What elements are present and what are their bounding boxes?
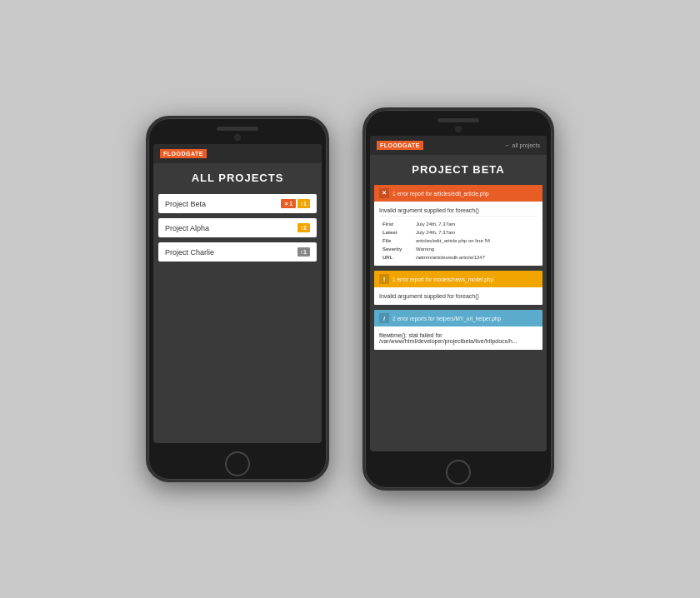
- detail-row-latest: Latest July 24th, 7.37am: [381, 229, 536, 236]
- project-beta-label: Project Beta: [165, 200, 206, 208]
- phone-speaker-right: [438, 118, 479, 122]
- error-header-text: 1 error report for articles/edit_article…: [392, 191, 489, 197]
- phone-camera-left: [234, 134, 241, 141]
- detail-row-severity: Severity Warning: [381, 246, 536, 252]
- error-detail-table: First July 24th, 7.37am Latest July 24th…: [379, 219, 538, 262]
- project-beta-warning-badge: ! 1: [298, 199, 310, 208]
- phone-right: FLOODGATE ← all projects PROJECT BETA ✕ …: [362, 107, 554, 491]
- warning-exclamation-icon: !: [301, 202, 302, 207]
- info-message: filемtime(): stat failed for /var/www/ht…: [379, 330, 538, 346]
- detail-value-file: articles/edit_article.php on line 54: [414, 237, 536, 244]
- screen-header-right: FLOODGATE ← all projects: [370, 136, 547, 155]
- detail-value-severity: Warning: [414, 246, 536, 252]
- project-alpha-warning-count: 2: [303, 225, 307, 231]
- detail-value-first: July 24th, 7.37am: [414, 221, 536, 227]
- project-beta-title: PROJECT BETA: [370, 155, 547, 182]
- detail-label-file: File: [381, 237, 412, 244]
- floodgate-logo-left: FLOODGATE: [160, 149, 207, 158]
- error-header-row: ✕ 1 error report for articles/edit_artic…: [374, 185, 542, 202]
- detail-row-file: File articles/edit_article.php on line 5…: [381, 237, 536, 244]
- detail-value-latest: July 24th, 7.37am: [414, 229, 536, 236]
- warning-detail-box: Invalid argument supplied for foreach(): [374, 287, 542, 305]
- phone-home-button-left[interactable]: [225, 451, 250, 476]
- error-message: Invalid argument supplied for foreach(): [379, 205, 538, 217]
- warning-message: Invalid argument supplied for foreach(): [379, 291, 538, 301]
- screen-right: FLOODGATE ← all projects PROJECT BETA ✕ …: [370, 136, 547, 451]
- phone-left: FLOODGATE ALL PROJECTS Project Beta ✕ 1 …: [146, 116, 329, 482]
- info-i-box: i: [379, 313, 389, 323]
- detail-value-url: /admin/articles/edit-article/1247: [414, 254, 536, 261]
- project-beta-warning-count: 1: [303, 201, 307, 207]
- phone-home-button-right[interactable]: [446, 460, 471, 485]
- project-alpha-item[interactable]: Project Alpha ! 2: [158, 218, 317, 237]
- screen-left: FLOODGATE ALL PROJECTS Project Beta ✕ 1 …: [153, 144, 322, 443]
- detail-content: ✕ 1 error report for articles/edit_artic…: [370, 182, 547, 451]
- error-x-box: ✕: [379, 188, 389, 198]
- all-projects-title: ALL PROJECTS: [153, 163, 322, 191]
- warning-header-text: 1 error report for models/news_model.php: [392, 277, 493, 282]
- detail-label-first: First: [381, 221, 412, 227]
- phone-speaker-left: [217, 127, 258, 131]
- project-charlie-info-badge: ! 1: [298, 247, 310, 257]
- info-section: i 2 error reports for helpers/MY_url_hel…: [374, 310, 542, 350]
- project-beta-badges: ✕ 1 ! 1: [281, 199, 310, 208]
- phone-camera-right: [455, 126, 462, 132]
- floodgate-logo-right: FLOODGATE: [377, 141, 423, 150]
- project-alpha-label: Project Alpha: [165, 224, 209, 232]
- warning-section: ! 1 error report for models/news_model.p…: [374, 271, 542, 305]
- warning-excl-box: !: [379, 274, 389, 284]
- project-charlie-item[interactable]: Project Charlie ! 1: [158, 242, 317, 262]
- screen-header-left: FLOODGATE: [153, 144, 322, 163]
- error-detail-box: Invalid argument supplied for foreach() …: [374, 202, 542, 266]
- project-beta-error-count: 1: [289, 201, 292, 207]
- project-beta-error-badge: ✕ 1: [281, 199, 296, 208]
- error-x-icon: ✕: [284, 201, 288, 207]
- back-link[interactable]: ← all projects: [505, 142, 540, 148]
- projects-list: Project Beta ✕ 1 ! 1 Project Alp: [153, 191, 322, 443]
- warning-header-row: ! 1 error report for models/news_model.p…: [374, 271, 542, 287]
- project-charlie-label: Project Charlie: [165, 248, 214, 257]
- info-header-text: 2 error reports for helpers/MY_url_helpe…: [392, 316, 501, 321]
- error-section: ✕ 1 error report for articles/edit_artic…: [374, 185, 542, 266]
- project-charlie-badges: ! 1: [298, 247, 310, 257]
- project-charlie-info-count: 1: [303, 249, 307, 255]
- detail-row-url: URL /admin/articles/edit-article/1247: [381, 254, 536, 261]
- info-detail-box: filемtime(): stat failed for /var/www/ht…: [374, 326, 542, 350]
- info-header-row: i 2 error reports for helpers/MY_url_hel…: [374, 310, 542, 326]
- project-alpha-warning-badge: ! 2: [298, 223, 310, 232]
- charlie-info-icon: !: [301, 250, 302, 255]
- detail-label-latest: Latest: [381, 229, 412, 236]
- detail-row-first: First July 24th, 7.37am: [381, 221, 536, 227]
- detail-label-severity: Severity: [381, 246, 412, 252]
- alpha-warning-icon: !: [301, 226, 302, 231]
- project-alpha-badges: ! 2: [298, 223, 310, 232]
- detail-label-url: URL: [381, 254, 412, 261]
- project-beta-item[interactable]: Project Beta ✕ 1 ! 1: [158, 194, 317, 213]
